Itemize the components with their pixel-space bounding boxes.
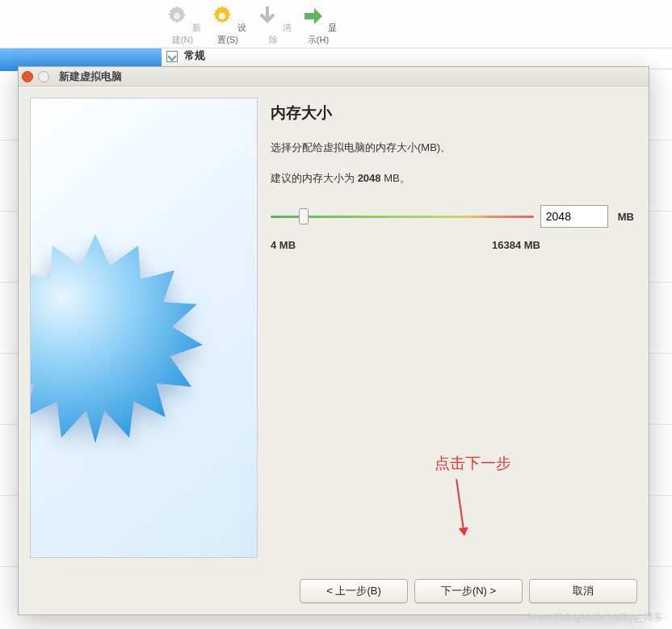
tab-general-label[interactable]: 常规 [184, 49, 205, 61]
dialog-titlebar: 新建虚拟电脑 [19, 67, 649, 86]
starburst-icon [30, 166, 208, 505]
slider-range-labels: 4 MB 16384 MB [271, 239, 634, 251]
back-button-label: < 上一步(B) [326, 585, 381, 597]
desc2-prefix: 建议的内存大小为 [271, 172, 358, 184]
memory-unit: MB [618, 211, 634, 223]
arrow-down-icon [254, 3, 280, 29]
memory-slider[interactable] [271, 216, 534, 218]
next-button[interactable]: 下一步(N) > [414, 579, 523, 603]
toolbar-settings[interactable]: 设置(S) [207, 0, 249, 46]
annotation-arrow [456, 479, 465, 535]
gear-icon [209, 3, 235, 29]
watermark: https://blog.csdn.net/qq_博客 [528, 610, 664, 624]
memory-spinbox[interactable]: ▲ ▼ [540, 205, 608, 228]
dialog-title: 新建虚拟电脑 [59, 69, 122, 84]
step-description-2: 建议的内存大小为 2048 MB。 [271, 170, 634, 187]
window-minimize-button[interactable] [38, 71, 49, 82]
slider-max-label: 16384 MB [492, 239, 540, 251]
arrow-right-icon [300, 3, 326, 29]
next-button-label: 下一步(N) > [441, 585, 496, 597]
desc2-value: 2048 [358, 172, 381, 184]
wizard-dialog: 新建虚拟电脑 内存大小 选择分配给虚拟电脑的内存大小(MB)。 建议的内存大小为… [18, 66, 649, 615]
toolbar-new[interactable]: 新建(N) [162, 0, 204, 46]
main-toolbar: 新建(N) 设置(S) 清除 显示(H) [0, 0, 672, 48]
memory-slider-row: ▲ ▼ MB [271, 205, 634, 228]
annotation-text: 点击下一步 [311, 453, 634, 474]
window-close-button[interactable] [22, 71, 33, 82]
wizard-step-pane: 内存大小 选择分配给虚拟电脑的内存大小(MB)。 建议的内存大小为 2048 M… [271, 98, 637, 579]
wizard-buttons: < 上一步(B) 下一步(N) > 取消 [19, 579, 649, 614]
toolbar-clear[interactable]: 清除 [252, 0, 294, 46]
slider-min-label: 4 MB [271, 239, 296, 251]
gear-icon [164, 3, 190, 29]
step-heading: 内存大小 [271, 103, 634, 124]
dialog-content: 内存大小 选择分配给虚拟电脑的内存大小(MB)。 建议的内存大小为 2048 M… [19, 86, 649, 579]
step-description-1: 选择分配给虚拟电脑的内存大小(MB)。 [271, 140, 634, 156]
slider-thumb[interactable] [299, 208, 309, 224]
cancel-button[interactable]: 取消 [529, 579, 637, 603]
cancel-button-label: 取消 [573, 585, 594, 597]
svg-point-1 [219, 13, 225, 19]
toolbar-show[interactable]: 显示(H) [297, 0, 339, 46]
back-button[interactable]: < 上一步(B) [300, 579, 408, 603]
memory-input[interactable] [541, 206, 672, 227]
svg-point-0 [174, 13, 180, 19]
slider-track [271, 216, 534, 218]
checkbox-icon[interactable] [166, 51, 178, 62]
wizard-illustration [30, 98, 258, 558]
desc2-suffix: MB。 [381, 172, 410, 184]
